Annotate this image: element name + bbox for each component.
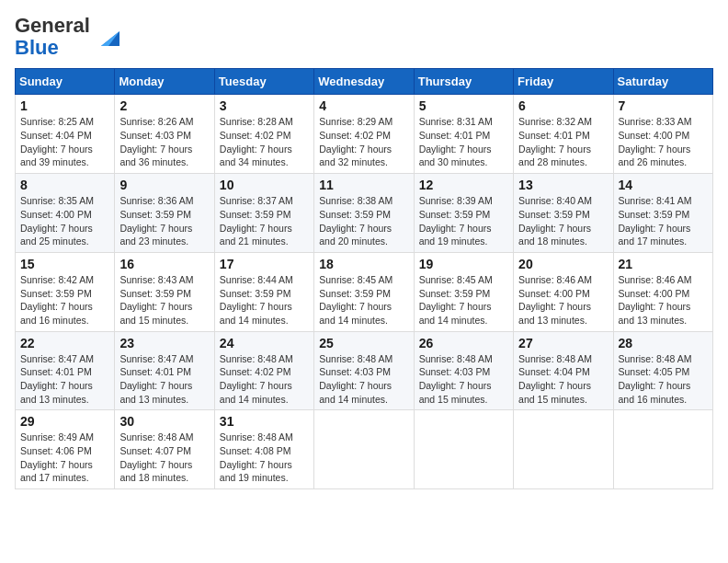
page-header: General Blue — [15, 15, 713, 59]
calendar-cell: 4 Sunrise: 8:29 AM Sunset: 4:02 PM Dayli… — [314, 95, 414, 174]
calendar-cell: 3 Sunrise: 8:28 AM Sunset: 4:02 PM Dayli… — [214, 95, 313, 174]
day-info: Sunrise: 8:48 AM Sunset: 4:03 PM Dayligh… — [319, 352, 408, 407]
day-info: Sunrise: 8:48 AM Sunset: 4:03 PM Dayligh… — [419, 352, 508, 407]
day-number: 21 — [619, 257, 708, 271]
day-number: 29 — [20, 414, 109, 429]
logo-text: General Blue — [15, 15, 90, 59]
day-header-tuesday: Tuesday — [214, 69, 313, 95]
day-number: 7 — [619, 98, 708, 113]
calendar-cell: 27 Sunrise: 8:48 AM Sunset: 4:04 PM Dayl… — [514, 331, 613, 410]
calendar-cell: 14 Sunrise: 8:41 AM Sunset: 3:59 PM Dayl… — [613, 174, 712, 253]
day-info: Sunrise: 8:44 AM Sunset: 3:59 PM Dayligh… — [220, 273, 309, 327]
day-info: Sunrise: 8:43 AM Sunset: 3:59 PM Dayligh… — [119, 273, 209, 327]
calendar-cell: 6 Sunrise: 8:32 AM Sunset: 4:01 PM Dayli… — [514, 95, 613, 174]
calendar-cell: 25 Sunrise: 8:48 AM Sunset: 4:03 PM Dayl… — [314, 331, 414, 410]
day-number: 16 — [119, 257, 209, 271]
day-info: Sunrise: 8:48 AM Sunset: 4:04 PM Dayligh… — [518, 352, 608, 407]
calendar-cell: 26 Sunrise: 8:48 AM Sunset: 4:03 PM Dayl… — [414, 331, 513, 410]
day-header-saturday: Saturday — [613, 69, 712, 95]
calendar-cell: 10 Sunrise: 8:37 AM Sunset: 3:59 PM Dayl… — [214, 174, 313, 253]
day-number: 22 — [20, 336, 109, 350]
calendar-cell: 7 Sunrise: 8:33 AM Sunset: 4:00 PM Dayli… — [613, 95, 712, 174]
day-info: Sunrise: 8:36 AM Sunset: 3:59 PM Dayligh… — [119, 194, 209, 248]
day-number: 30 — [119, 414, 209, 429]
day-number: 18 — [319, 257, 408, 271]
day-info: Sunrise: 8:47 AM Sunset: 4:01 PM Dayligh… — [119, 352, 209, 407]
calendar-cell — [414, 410, 513, 489]
day-info: Sunrise: 8:25 AM Sunset: 4:04 PM Dayligh… — [20, 115, 109, 169]
day-info: Sunrise: 8:28 AM Sunset: 4:02 PM Dayligh… — [220, 115, 309, 169]
day-info: Sunrise: 8:45 AM Sunset: 3:59 PM Dayligh… — [419, 273, 508, 327]
day-number: 6 — [518, 98, 608, 113]
day-info: Sunrise: 8:48 AM Sunset: 4:07 PM Dayligh… — [119, 431, 209, 485]
logo-blue: Blue — [15, 36, 59, 59]
day-number: 23 — [119, 336, 209, 350]
day-number: 2 — [119, 98, 209, 113]
calendar-cell: 8 Sunrise: 8:35 AM Sunset: 4:00 PM Dayli… — [16, 174, 115, 253]
calendar-cell: 17 Sunrise: 8:44 AM Sunset: 3:59 PM Dayl… — [214, 252, 313, 331]
day-number: 24 — [220, 336, 309, 350]
calendar-cell: 20 Sunrise: 8:46 AM Sunset: 4:00 PM Dayl… — [514, 252, 613, 331]
calendar-cell: 31 Sunrise: 8:48 AM Sunset: 4:08 PM Dayl… — [214, 410, 313, 489]
day-number: 26 — [419, 336, 508, 350]
day-info: Sunrise: 8:48 AM Sunset: 4:08 PM Dayligh… — [220, 431, 309, 485]
calendar-cell: 21 Sunrise: 8:46 AM Sunset: 4:00 PM Dayl… — [613, 252, 712, 331]
day-info: Sunrise: 8:49 AM Sunset: 4:06 PM Dayligh… — [20, 431, 109, 485]
day-number: 31 — [220, 414, 309, 429]
day-header-wednesday: Wednesday — [314, 69, 414, 95]
day-info: Sunrise: 8:32 AM Sunset: 4:01 PM Dayligh… — [518, 115, 608, 169]
day-info: Sunrise: 8:46 AM Sunset: 4:00 PM Dayligh… — [518, 273, 608, 327]
day-number: 9 — [119, 178, 209, 192]
day-info: Sunrise: 8:38 AM Sunset: 3:59 PM Dayligh… — [319, 194, 408, 248]
day-info: Sunrise: 8:48 AM Sunset: 4:05 PM Dayligh… — [619, 352, 708, 407]
calendar-cell — [314, 410, 414, 489]
day-info: Sunrise: 8:26 AM Sunset: 4:03 PM Dayligh… — [119, 115, 209, 169]
day-number: 14 — [619, 178, 708, 192]
day-number: 1 — [20, 98, 109, 113]
day-number: 12 — [419, 178, 508, 192]
calendar-table: SundayMondayTuesdayWednesdayThursdayFrid… — [15, 68, 713, 489]
calendar-cell: 24 Sunrise: 8:48 AM Sunset: 4:02 PM Dayl… — [214, 331, 313, 410]
day-number: 27 — [518, 336, 608, 350]
day-info: Sunrise: 8:31 AM Sunset: 4:01 PM Dayligh… — [419, 115, 508, 169]
day-number: 17 — [220, 257, 309, 271]
calendar-week-row: 1 Sunrise: 8:25 AM Sunset: 4:04 PM Dayli… — [16, 95, 713, 174]
day-number: 19 — [419, 257, 508, 271]
calendar-cell: 5 Sunrise: 8:31 AM Sunset: 4:01 PM Dayli… — [414, 95, 513, 174]
day-number: 5 — [419, 98, 508, 113]
calendar-cell: 9 Sunrise: 8:36 AM Sunset: 3:59 PM Dayli… — [115, 174, 214, 253]
day-info: Sunrise: 8:40 AM Sunset: 3:59 PM Dayligh… — [518, 194, 608, 248]
calendar-cell: 30 Sunrise: 8:48 AM Sunset: 4:07 PM Dayl… — [115, 410, 214, 489]
day-info: Sunrise: 8:46 AM Sunset: 4:00 PM Dayligh… — [619, 273, 708, 327]
day-number: 20 — [518, 257, 608, 271]
calendar-cell: 16 Sunrise: 8:43 AM Sunset: 3:59 PM Dayl… — [115, 252, 214, 331]
day-header-sunday: Sunday — [16, 69, 115, 95]
day-number: 15 — [20, 257, 109, 271]
day-info: Sunrise: 8:42 AM Sunset: 3:59 PM Dayligh… — [20, 273, 109, 327]
calendar-week-row: 22 Sunrise: 8:47 AM Sunset: 4:01 PM Dayl… — [16, 331, 713, 410]
day-info: Sunrise: 8:29 AM Sunset: 4:02 PM Dayligh… — [319, 115, 408, 169]
calendar-cell: 11 Sunrise: 8:38 AM Sunset: 3:59 PM Dayl… — [314, 174, 414, 253]
day-header-monday: Monday — [115, 69, 214, 95]
day-number: 3 — [220, 98, 309, 113]
calendar-cell: 19 Sunrise: 8:45 AM Sunset: 3:59 PM Dayl… — [414, 252, 513, 331]
calendar-cell — [514, 410, 613, 489]
day-info: Sunrise: 8:41 AM Sunset: 3:59 PM Dayligh… — [619, 194, 708, 248]
calendar-cell: 28 Sunrise: 8:48 AM Sunset: 4:05 PM Dayl… — [613, 331, 712, 410]
day-number: 28 — [619, 336, 708, 350]
day-info: Sunrise: 8:48 AM Sunset: 4:02 PM Dayligh… — [220, 352, 309, 407]
calendar-cell: 2 Sunrise: 8:26 AM Sunset: 4:03 PM Dayli… — [115, 95, 214, 174]
calendar-header-row: SundayMondayTuesdayWednesdayThursdayFrid… — [16, 69, 713, 95]
calendar-week-row: 8 Sunrise: 8:35 AM Sunset: 4:00 PM Dayli… — [16, 174, 713, 253]
calendar-cell: 29 Sunrise: 8:49 AM Sunset: 4:06 PM Dayl… — [16, 410, 115, 489]
day-number: 10 — [220, 178, 309, 192]
calendar-week-row: 15 Sunrise: 8:42 AM Sunset: 3:59 PM Dayl… — [16, 252, 713, 331]
calendar-cell: 18 Sunrise: 8:45 AM Sunset: 3:59 PM Dayl… — [314, 252, 414, 331]
day-info: Sunrise: 8:39 AM Sunset: 3:59 PM Dayligh… — [419, 194, 508, 248]
calendar-week-row: 29 Sunrise: 8:49 AM Sunset: 4:06 PM Dayl… — [16, 410, 713, 489]
logo-general: General — [15, 14, 90, 37]
day-info: Sunrise: 8:37 AM Sunset: 3:59 PM Dayligh… — [220, 194, 309, 248]
calendar-cell: 1 Sunrise: 8:25 AM Sunset: 4:04 PM Dayli… — [16, 95, 115, 174]
day-info: Sunrise: 8:45 AM Sunset: 3:59 PM Dayligh… — [319, 273, 408, 327]
logo-icon — [94, 24, 123, 50]
